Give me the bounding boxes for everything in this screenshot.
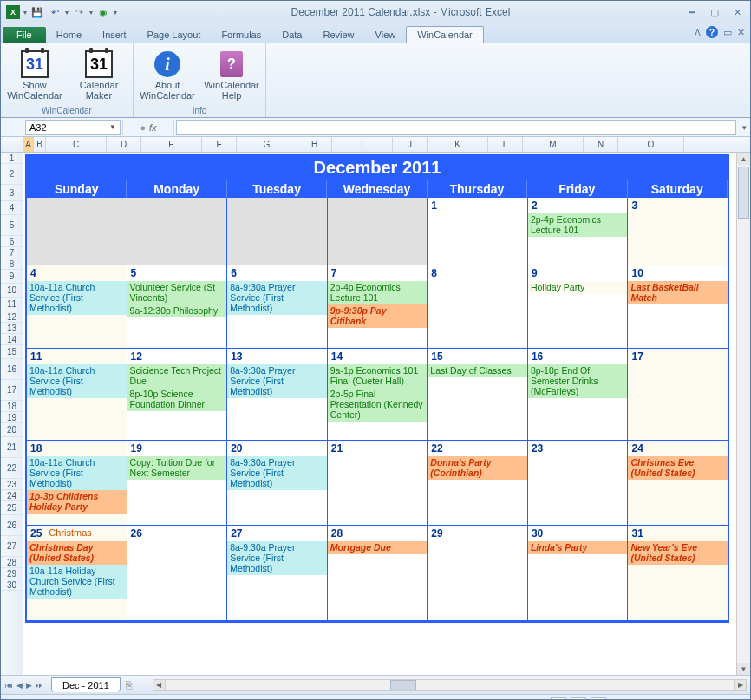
calendar-day-cell[interactable]: 19 Copy: Tuition Due for Next Semester	[127, 441, 228, 526]
column-header[interactable]: L	[488, 137, 523, 152]
calendar-day-cell[interactable]: 9 Holiday Party	[528, 265, 629, 349]
calendar-day-cell[interactable]: 21	[328, 441, 428, 526]
normal-view-button[interactable]	[551, 697, 566, 701]
calendar-day-cell[interactable]	[328, 198, 428, 265]
row-header[interactable]: 21	[1, 437, 23, 458]
window-close-icon[interactable]: ✕	[737, 27, 745, 38]
tab-home[interactable]: Home	[46, 27, 92, 43]
row-header[interactable]: 20	[1, 423, 23, 437]
select-all-corner[interactable]	[1, 137, 23, 152]
window-restore-icon[interactable]: ▭	[723, 27, 732, 38]
calendar-event[interactable]: 10a-11a Holiday Church Service (First Me…	[27, 565, 127, 599]
calendar-event[interactable]: Scicience Tech Project Due	[127, 364, 227, 388]
row-header[interactable]: 12	[1, 311, 23, 323]
calendar-event[interactable]: 2p-5p Final Presentation (Kennedy Center…	[328, 388, 428, 422]
tab-wincalendar[interactable]: WinCalendar	[406, 26, 484, 43]
row-header[interactable]: 1	[1, 153, 23, 164]
row-header[interactable]: 5	[1, 215, 23, 236]
wincalendar-help-button[interactable]: ? WinCalendar Help	[203, 47, 260, 104]
column-header[interactable]: F	[202, 137, 237, 152]
column-header[interactable]: G	[237, 137, 297, 152]
page-layout-view-button[interactable]	[571, 697, 586, 701]
calendar-event[interactable]: New Year's Eve (United States)	[628, 541, 728, 565]
calendar-day-cell[interactable]: 1	[428, 198, 528, 265]
column-header[interactable]: D	[107, 137, 141, 152]
sheet-area[interactable]: December 2011 SundayMondayTuesdayWednesd…	[23, 153, 750, 675]
calendar-day-cell[interactable]: 3	[628, 198, 728, 265]
calendar-day-cell[interactable]: 22 Donna's Party (Corinthian)	[428, 441, 528, 526]
row-header[interactable]: 11	[1, 298, 23, 311]
row-header[interactable]: 3	[1, 185, 23, 201]
calendar-event[interactable]: 9a-1p Economics 101 Final (Cueter Hall)	[328, 364, 428, 388]
row-header[interactable]: 8	[1, 258, 23, 270]
calendar-event[interactable]: 10a-11a Church Service (First Methodist)	[27, 456, 127, 490]
calendar-day-cell[interactable]: 17	[628, 349, 728, 441]
row-header[interactable]: 29	[1, 568, 23, 579]
scroll-left-icon[interactable]: ◀	[153, 680, 166, 690]
close-button[interactable]: ✕	[729, 5, 745, 19]
help-icon[interactable]: ?	[706, 26, 718, 38]
calendar-event[interactable]: Last Day of Classes	[428, 364, 527, 377]
calendar-day-cell[interactable]	[227, 198, 328, 265]
tab-page-layout[interactable]: Page Layout	[137, 27, 212, 43]
formula-bar-expand-icon[interactable]: ▾	[738, 123, 750, 132]
calendar-day-cell[interactable]: 138a-9:30a Prayer Service (First Methodi…	[227, 349, 328, 441]
row-header[interactable]: 7	[1, 247, 23, 258]
row-header[interactable]: 28	[1, 557, 23, 568]
column-header[interactable]: M	[523, 137, 584, 152]
row-header[interactable]: 27	[1, 536, 23, 557]
calendar-day-cell[interactable]: 410a-11a Church Service (First Methodist…	[27, 265, 127, 349]
calendar-event[interactable]: Christmas Day (United States)	[27, 541, 127, 565]
tab-data[interactable]: Data	[271, 27, 312, 43]
calendar-day-cell[interactable]: 5 Volunteer Service (St Vincents)9a-12:3…	[127, 265, 228, 349]
scroll-up-icon[interactable]: ▲	[737, 153, 750, 165]
calendar-day-cell[interactable]: 30 Linda's Party	[528, 526, 629, 621]
save-icon[interactable]: 💾	[30, 5, 44, 19]
calendar-event[interactable]: Christmas Eve (United States)	[628, 456, 728, 480]
calendar-day-cell[interactable]: 29	[428, 526, 528, 621]
tab-file[interactable]: File	[3, 27, 46, 43]
calendar-day-cell[interactable]: 1110a-11a Church Service (First Methodis…	[27, 349, 127, 441]
calendar-day-cell[interactable]: 1810a-11a Church Service (First Methodis…	[27, 441, 127, 526]
row-header[interactable]: 15	[1, 345, 23, 359]
calendar-event[interactable]: Last BasketBall Match	[628, 281, 728, 304]
calendar-event[interactable]: 1p-3p Childrens Holiday Party	[27, 490, 127, 514]
page-break-view-button[interactable]	[591, 697, 606, 701]
calendar-day-cell[interactable]: 25Christmas Christmas Day (United States…	[27, 526, 127, 621]
scroll-down-icon[interactable]: ▼	[737, 663, 750, 675]
horizontal-scrollbar[interactable]: ◀ ▶	[153, 679, 747, 691]
calendar-event[interactable]: Mortgage Due	[328, 541, 428, 554]
calendar-day-cell[interactable]: 8	[428, 265, 528, 349]
row-header[interactable]: 25	[1, 501, 23, 515]
redo-icon[interactable]: ↷	[72, 5, 86, 19]
undo-icon[interactable]: ↶	[48, 5, 62, 19]
row-header[interactable]: 17	[1, 380, 23, 401]
maximize-button[interactable]: ▢	[707, 5, 722, 19]
calendar-event[interactable]: 8p-10p Science Foundation Dinner	[127, 388, 227, 411]
column-header[interactable]: K	[428, 137, 488, 152]
row-header[interactable]: 18	[1, 401, 23, 412]
row-header[interactable]: 9	[1, 270, 23, 284]
calendar-event[interactable]: 9a-12:30p Philosophy	[127, 304, 227, 317]
name-box-dropdown-icon[interactable]: ▼	[109, 123, 116, 131]
insert-sheet-icon[interactable]: ⎘	[126, 679, 132, 691]
column-header[interactable]: H	[297, 137, 332, 152]
row-header[interactable]: 22	[1, 458, 23, 479]
row-header[interactable]: 2	[1, 164, 23, 185]
row-header[interactable]: 6	[1, 236, 23, 247]
column-header[interactable]: I	[332, 137, 393, 152]
calendar-day-cell[interactable]: 28 Mortgage Due	[328, 526, 428, 621]
row-header[interactable]: 26	[1, 515, 23, 536]
column-header[interactable]: O	[618, 137, 684, 152]
column-header[interactable]: J	[393, 137, 428, 152]
calendar-event[interactable]: 8a-9:30a Prayer Service (First Methodist…	[227, 364, 327, 398]
calendar-event[interactable]: Linda's Party	[528, 541, 628, 554]
calendar-event[interactable]: 2p-4p Economics Lecture 101	[528, 213, 628, 237]
tab-formulas[interactable]: Formulas	[211, 27, 271, 43]
calendar-maker-button[interactable]: 31 Calendar Maker	[70, 47, 127, 104]
calendar-event[interactable]: 8a-9:30a Prayer Service (First Methodist…	[227, 281, 327, 315]
minimize-button[interactable]: ━	[684, 5, 700, 19]
row-header[interactable]: 16	[1, 359, 23, 380]
calendar-day-cell[interactable]: 15 Last Day of Classes	[428, 349, 528, 441]
sheet-nav-prev-icon[interactable]: ◀	[16, 681, 23, 690]
